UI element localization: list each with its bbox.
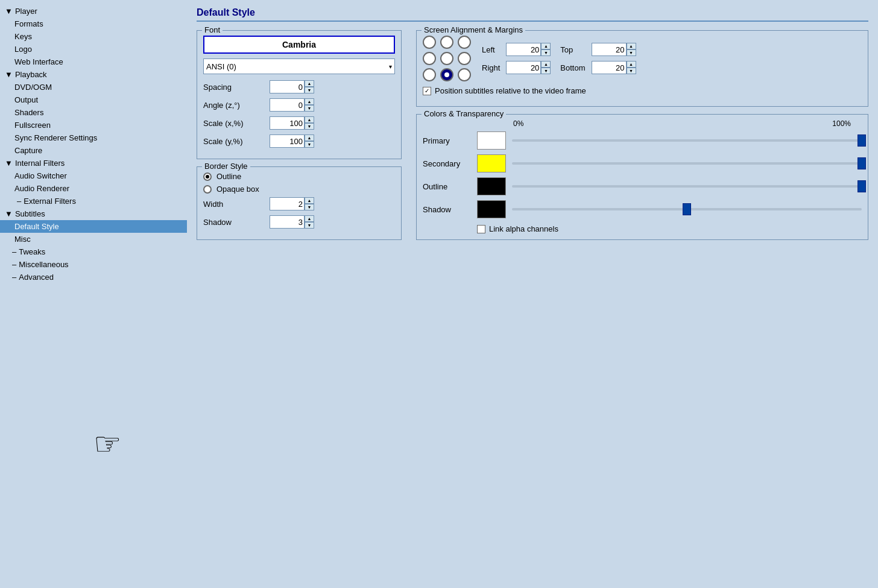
position-subtitle-checkbox[interactable]: ✓ xyxy=(423,87,431,95)
spacing-up-btn[interactable]: ▲ xyxy=(305,80,314,87)
charset-dropdown[interactable]: ANSI (0) ▾ xyxy=(203,58,395,74)
angle-down-btn[interactable]: ▼ xyxy=(305,105,314,112)
sidebar-label-subtitles: Subtitles xyxy=(15,209,45,218)
bottom-margin-input[interactable] xyxy=(592,61,627,74)
sidebar-item-advanced[interactable]: –Advanced xyxy=(0,271,187,283)
left-down-btn[interactable]: ▼ xyxy=(541,49,551,56)
primary-slider-thumb[interactable] xyxy=(857,134,866,147)
primary-color-label: Primary xyxy=(423,136,477,145)
percent-100-label: 100% xyxy=(832,119,851,128)
sidebar-item-shaders[interactable]: Shaders xyxy=(0,106,187,119)
scale-x-down-btn[interactable]: ▼ xyxy=(305,123,314,130)
sidebar-item-keys[interactable]: Keys xyxy=(0,30,187,43)
spacing-down-btn[interactable]: ▼ xyxy=(305,87,314,93)
spacing-spin: ▲ ▼ xyxy=(305,80,314,93)
outline-color-row: Outline xyxy=(423,177,862,195)
right-down-btn[interactable]: ▼ xyxy=(541,68,551,74)
sidebar-label-advanced: Advanced xyxy=(19,273,54,282)
position-subtitle-row: ✓ Position subtitles relative to the vid… xyxy=(423,86,862,95)
sidebar-item-misc[interactable]: Misc xyxy=(0,233,187,245)
align-bot-right[interactable] xyxy=(458,68,471,81)
link-alpha-checkbox[interactable] xyxy=(477,225,485,233)
shadow-spin: ▲ ▼ xyxy=(305,215,314,229)
spacing-input[interactable] xyxy=(270,80,305,93)
sidebar-label-dvd-ogm: DVD/OGM xyxy=(14,83,52,92)
right-margin-input[interactable] xyxy=(506,61,541,74)
angle-input[interactable] xyxy=(270,98,305,112)
colors-header: 0% 100% xyxy=(423,119,862,128)
top-margin-input[interactable] xyxy=(592,43,627,56)
sidebar-item-web-interface[interactable]: Web Interface xyxy=(0,55,187,68)
colors-group: Colors & Transparency 0% 100% Primary xyxy=(416,114,868,240)
align-top-left[interactable] xyxy=(423,36,436,49)
bottom-up-btn[interactable]: ▲ xyxy=(627,61,636,68)
sidebar-item-tweaks[interactable]: –Tweaks xyxy=(0,245,187,258)
sidebar-item-capture[interactable]: Capture xyxy=(0,144,187,157)
align-mid-left[interactable] xyxy=(423,52,436,65)
secondary-color-swatch[interactable] xyxy=(477,154,506,172)
shadow-slider-thumb[interactable] xyxy=(683,203,691,215)
angle-up-btn[interactable]: ▲ xyxy=(305,98,314,105)
opaque-box-radio[interactable] xyxy=(203,185,212,194)
sidebar-item-miscellaneous[interactable]: –Miscellaneous xyxy=(0,258,187,271)
percent-0-label: 0% xyxy=(483,119,832,128)
font-button[interactable]: Cambria xyxy=(203,36,395,54)
outline-slider-thumb[interactable] xyxy=(857,180,866,192)
right-up-btn[interactable]: ▲ xyxy=(541,61,551,68)
align-top-right[interactable] xyxy=(458,36,471,49)
sidebar-item-internal-filters[interactable]: ▼Internal Filters xyxy=(0,157,187,169)
sidebar-item-playback[interactable]: ▼Playback xyxy=(0,68,187,81)
scale-y-input[interactable] xyxy=(270,134,305,148)
arrow-icon: ▼ xyxy=(5,70,13,79)
shadow-row: Shadow ▲ ▼ xyxy=(203,215,395,229)
width-down-btn[interactable]: ▼ xyxy=(305,204,314,210)
sidebar-item-dvd-ogm[interactable]: DVD/OGM xyxy=(0,81,187,93)
left-margin-label: Left xyxy=(482,45,500,54)
sidebar-item-audio-renderer[interactable]: Audio Renderer xyxy=(0,182,187,195)
primary-color-swatch[interactable] xyxy=(477,131,506,150)
width-row: Width ▲ ▼ xyxy=(203,197,395,210)
outline-color-swatch[interactable] xyxy=(477,177,506,195)
opaque-box-radio-row: Opaque box xyxy=(203,185,395,194)
alignment-grid xyxy=(423,36,472,81)
shadow-down-btn[interactable]: ▼ xyxy=(305,222,314,229)
sidebar-item-output[interactable]: Output xyxy=(0,93,187,106)
sidebar-item-audio-switcher[interactable]: Audio Switcher xyxy=(0,169,187,182)
outline-slider-container xyxy=(512,180,862,192)
sidebar-item-fullscreen[interactable]: Fullscreen xyxy=(0,119,187,131)
sidebar-item-subtitles[interactable]: ▼Subtitles xyxy=(0,207,187,220)
sidebar-item-logo[interactable]: Logo xyxy=(0,43,187,55)
sidebar-item-sync-renderer[interactable]: Sync Renderer Settings xyxy=(0,131,187,144)
sidebar-label-audio-switcher: Audio Switcher xyxy=(14,171,67,180)
scale-y-up-btn[interactable]: ▲ xyxy=(305,134,314,141)
sidebar-label-capture: Capture xyxy=(14,146,42,155)
shadow-color-swatch[interactable] xyxy=(477,200,506,218)
sidebar-item-external-filters[interactable]: –External Filters xyxy=(0,195,187,207)
scale-x-input[interactable] xyxy=(270,116,305,130)
sidebar-label-playback: Playback xyxy=(15,70,47,79)
bottom-margin-input-wrap: ▲ ▼ xyxy=(592,61,640,74)
secondary-slider-thumb[interactable] xyxy=(857,157,866,169)
align-top-center[interactable] xyxy=(440,36,453,49)
left-up-btn[interactable]: ▲ xyxy=(541,43,551,49)
right-margin-label: Right xyxy=(482,63,500,72)
width-input[interactable] xyxy=(270,197,305,210)
shadow-input[interactable] xyxy=(270,215,305,229)
sidebar-item-default-style[interactable]: Default Style xyxy=(0,220,187,233)
top-up-btn[interactable]: ▲ xyxy=(627,43,636,49)
left-margin-input[interactable] xyxy=(506,43,541,56)
shadow-up-btn[interactable]: ▲ xyxy=(305,215,314,222)
align-bot-center[interactable] xyxy=(440,68,453,81)
width-up-btn[interactable]: ▲ xyxy=(305,197,314,204)
bottom-down-btn[interactable]: ▼ xyxy=(627,68,636,74)
align-mid-right[interactable] xyxy=(458,52,471,65)
scale-y-down-btn[interactable]: ▼ xyxy=(305,141,314,148)
align-mid-center[interactable] xyxy=(440,52,453,65)
sidebar-item-player[interactable]: ▼Player xyxy=(0,5,187,17)
link-alpha-row: Link alpha channels xyxy=(477,224,862,233)
scale-x-up-btn[interactable]: ▲ xyxy=(305,116,314,123)
sidebar-item-formats[interactable]: Formats xyxy=(0,17,187,30)
outline-radio[interactable] xyxy=(203,172,212,181)
top-down-btn[interactable]: ▼ xyxy=(627,49,636,56)
align-bot-left[interactable] xyxy=(423,68,436,81)
